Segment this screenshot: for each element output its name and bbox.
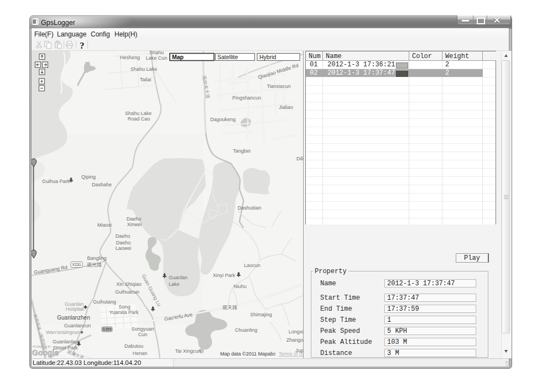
svg-text:Zhango: Zhango (286, 337, 303, 343)
svg-text:Guanlanzhen: Guanlanzhen (57, 315, 90, 321)
svg-text:Longxi: Longxi (289, 329, 303, 334)
svg-text:Chuanling: Chuanling (235, 327, 258, 333)
svg-text:Dili: Dili (296, 156, 303, 161)
svg-text:Hybrid: Hybrid (259, 54, 277, 60)
svg-text:Tianxiacun: Tianxiacun (267, 83, 290, 89)
svg-text:Daeho: Daeho (127, 216, 142, 222)
svg-text:Wan'antangcun: Wan'antangcun (46, 330, 80, 335)
svg-text:Xinyi Park: Xinyi Park (213, 273, 236, 278)
svg-text:Guanlancun: Guanlancun (64, 323, 91, 328)
svg-text:Guanlanlao: Guanlanlao (53, 339, 78, 344)
svg-text:Satellite: Satellite (217, 54, 238, 60)
svg-text:Google: Google (32, 348, 59, 357)
svg-text:Terms of Use: Terms of Use (279, 351, 303, 357)
svg-text:Dabutou: Dabutou (124, 343, 143, 349)
svg-text:Hospital: Hospital (66, 306, 84, 312)
svg-text:Daeho: Daeho (116, 233, 131, 239)
svg-text:Tailai: Tailai (140, 77, 152, 82)
svg-text:Qiping: Qiping (81, 174, 96, 180)
svg-text:Yuanxia Park: Yuanxia Park (109, 310, 139, 315)
svg-text:Lake: Lake (169, 281, 180, 287)
svg-text:观光路: 观光路 (87, 262, 102, 268)
svg-text:S359: S359 (102, 327, 111, 331)
svg-text:Xinwei: Xinwei (127, 222, 142, 227)
svg-text:Miaoxi: Miaoxi (97, 222, 112, 228)
svg-text:Lake Cun: Lake Cun (146, 55, 168, 61)
svg-text:Song: Song (118, 304, 130, 310)
svg-text:Road Cao: Road Cao (128, 116, 150, 122)
svg-text:Shahu Lake: Shahu Lake (131, 66, 157, 72)
svg-text:Pingshancun: Pingshancun (232, 95, 261, 101)
svg-text:Dashahe: Dashahe (92, 182, 112, 187)
svg-text:Guanlan: Guanlan (169, 275, 187, 280)
svg-text:Guihuacun: Guihuacun (115, 289, 139, 295)
svg-text:Bangling: Bangling (87, 255, 106, 261)
svg-text:Tangbei: Tangbei (233, 148, 251, 154)
svg-text:Guihua Park: Guihua Park (42, 179, 70, 184)
svg-text:Tai Xingcun: Tai Xingcun (175, 348, 201, 354)
svg-text:Guihutang: Guihutang (93, 299, 116, 305)
svg-text:Shahu Lake: Shahu Lake (125, 111, 152, 116)
svg-text:X231: X231 (72, 263, 81, 266)
svg-text:Niuhu: Niuhu (233, 284, 247, 289)
svg-text:?: ? (80, 40, 85, 51)
svg-text:Jialiao: Jialiao (279, 104, 293, 110)
svg-text:Songyuan: Songyuan (132, 326, 154, 332)
svg-text:Shahu: Shahu (149, 51, 164, 55)
svg-text:Dagoukeng: Dagoukeng (210, 117, 236, 122)
svg-text:Map data ©2011 Mapabc: Map data ©2011 Mapabc (220, 351, 276, 357)
svg-text:Cun: Cun (138, 332, 148, 337)
svg-text:Daeho: Daeho (116, 240, 131, 245)
svg-text:Laocun: Laocun (244, 263, 260, 268)
svg-text:观天路: 观天路 (222, 305, 237, 310)
svg-text:Map: Map (172, 54, 184, 60)
svg-text:Hesheng: Hesheng (120, 55, 140, 60)
svg-text:Xin Shiqiao: Xin Shiqiao (116, 281, 142, 287)
svg-text:Laowei: Laowei (116, 245, 132, 251)
svg-text:Shimajing: Shimajing (250, 312, 272, 317)
svg-text:Dashuitian: Dashuitian (238, 205, 262, 211)
svg-text:Henan: Henan (133, 351, 148, 356)
